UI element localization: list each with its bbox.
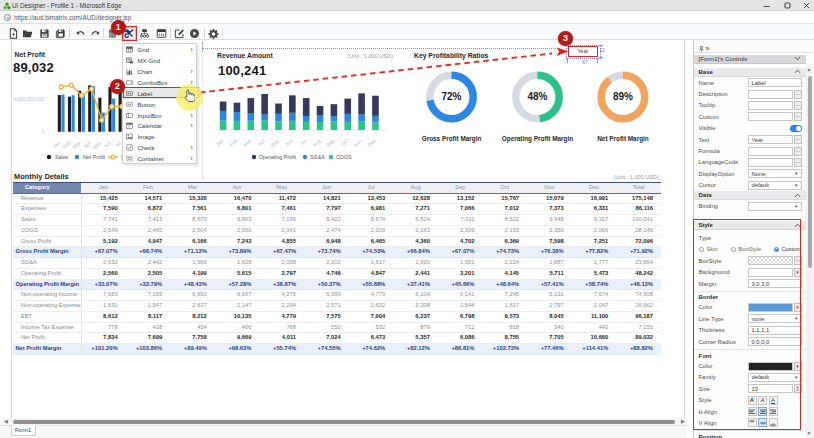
cell-value: 4,702 xyxy=(438,236,483,247)
property-select[interactable]: ▼ xyxy=(748,202,802,211)
cell-value: 7,012 xyxy=(482,204,527,215)
cell-value: +74.53% xyxy=(349,247,394,258)
cell-value: 6,667 xyxy=(215,290,260,301)
cell-value: +55.88% xyxy=(349,279,394,290)
app-logo-icon xyxy=(3,2,11,10)
properties-scrollbar-thumb[interactable] xyxy=(808,76,813,268)
cell-value: 8,755 xyxy=(482,333,527,344)
cell-value: 23,854 xyxy=(616,258,661,269)
property-input[interactable] xyxy=(748,158,793,167)
property-input[interactable] xyxy=(748,90,793,99)
cell-value: +74.62% xyxy=(349,344,394,355)
scroll-up-arrow[interactable]: ▲ xyxy=(807,66,812,73)
cell-value: 532 xyxy=(349,322,394,333)
menu-item-chart[interactable]: Chart› xyxy=(123,66,196,77)
collapse-panel-icon[interactable]: » xyxy=(706,45,710,52)
ellipsis-button[interactable]: ⋯ xyxy=(794,101,802,110)
property-row-cursor: Cursordefault▼ xyxy=(694,180,807,191)
property-label: Formula xyxy=(699,148,748,154)
run-icon[interactable] xyxy=(189,28,200,39)
menu-item-label: Container xyxy=(137,155,163,162)
site-info-icon[interactable] xyxy=(4,14,11,21)
annotation-badge-1: 1 xyxy=(111,20,126,35)
ellipsis-button[interactable]: ⋯ xyxy=(794,112,802,121)
monthly-details-table[interactable]: CategoryJanFebMarAprMayJunJulAugSepOctNo… xyxy=(13,182,661,355)
property-input[interactable]: Year xyxy=(748,135,793,144)
settings-icon[interactable] xyxy=(208,28,219,39)
property-input[interactable] xyxy=(748,147,793,156)
scroll-down-arrow[interactable]: ▼ xyxy=(807,430,812,437)
cell-value: 7,413 xyxy=(126,215,171,226)
menu-item-mx-grid[interactable]: MX-Grid xyxy=(123,55,196,66)
menu-item-inputbox[interactable]: InputBox› xyxy=(123,110,196,121)
property-input[interactable]: Label xyxy=(748,78,802,87)
cell-value: 712 xyxy=(438,322,483,333)
cell-value: 2,544 xyxy=(438,301,483,312)
svg-text:Aug: Aug xyxy=(311,137,322,148)
ellipsis-button[interactable]: ⋯ xyxy=(794,135,802,144)
form-tab[interactable]: Form1 xyxy=(11,425,36,436)
cell-value: 11,472 xyxy=(259,193,304,204)
menu-item-check[interactable]: Check› xyxy=(123,142,196,153)
pin-icon[interactable] xyxy=(699,46,704,52)
menu-item-grid[interactable]: Grid› xyxy=(123,44,196,55)
cell-value: 89,032 xyxy=(616,333,661,344)
revenue-chart[interactable]: JanFebMarAprMayJunJulAugSepOctNovDecOper… xyxy=(200,40,412,180)
script-icon[interactable] xyxy=(156,28,167,39)
chevron-down-icon[interactable] xyxy=(794,56,801,61)
redo-icon[interactable] xyxy=(90,28,101,39)
chevron-up-icon[interactable] xyxy=(794,193,801,198)
cell-value: 7,245 xyxy=(482,290,527,301)
cell-value: 2,549 xyxy=(81,225,126,236)
ratios-donut-charts[interactable]: 72%Gross Profit Margin48%Operating Profi… xyxy=(400,40,692,180)
cell-value: +82.12% xyxy=(393,344,438,355)
svg-text:Operating Profit Margin: Operating Profit Margin xyxy=(502,135,573,143)
cell-value: 12,628 xyxy=(393,193,438,204)
cell-value: 2,202 xyxy=(304,258,349,269)
svg-text:Net Profit Margin: Net Profit Margin xyxy=(597,135,649,143)
horizontal-scrollbar-thumb[interactable] xyxy=(13,420,675,424)
sitemap-icon[interactable] xyxy=(139,28,150,39)
table-row-gross-profit: Gross Profit5,1924,9476,1667,2434,8556,9… xyxy=(13,236,661,247)
cell-value: 11,100 xyxy=(572,311,617,322)
submenu-arrow-icon: › xyxy=(191,112,193,119)
cell-value: 879 xyxy=(393,322,438,333)
maximize-button[interactable] xyxy=(784,2,791,9)
ellipsis-button[interactable]: ⋯ xyxy=(794,147,802,156)
svg-text:6,000,000,000: 6,000,000,000 xyxy=(13,97,44,102)
scroll-right-arrow[interactable]: ▶ xyxy=(681,418,685,425)
open-folder-icon[interactable] xyxy=(22,28,33,39)
scroll-left-arrow[interactable]: ◀ xyxy=(4,418,8,425)
chevron-up-icon[interactable] xyxy=(794,69,801,74)
property-row-description: Description⋯ xyxy=(694,88,807,99)
property-label: DisplayOption xyxy=(699,171,748,177)
undo-icon[interactable] xyxy=(75,28,86,39)
property-select[interactable]: default▼ xyxy=(748,181,802,190)
edit-icon[interactable] xyxy=(174,28,185,39)
minimize-button[interactable] xyxy=(763,4,770,9)
ellipsis-button[interactable]: ⋯ xyxy=(794,158,802,167)
save-icon[interactable] xyxy=(39,28,50,39)
ellipsis-button[interactable]: ⋯ xyxy=(794,90,802,99)
visible-toggle[interactable] xyxy=(790,125,802,132)
cell-value: +67.07% xyxy=(438,247,483,258)
property-input[interactable] xyxy=(748,112,793,121)
menu-item-container[interactable]: Container› xyxy=(123,153,196,164)
property-select[interactable]: None▼ xyxy=(748,169,802,178)
menu-item-image[interactable]: Image xyxy=(123,131,196,142)
close-button[interactable] xyxy=(803,2,810,9)
cell-value: 7,011 xyxy=(438,215,483,226)
cell-value: 175,148 xyxy=(616,193,661,204)
menu-item-calendar[interactable]: Calendar› xyxy=(123,121,196,132)
form-tab-label: Form1 xyxy=(12,425,35,435)
cell-value: 6,524 xyxy=(393,215,438,226)
svg-text:Sales: Sales xyxy=(55,154,69,160)
property-input[interactable] xyxy=(748,101,793,110)
cell-value: 2,047 xyxy=(572,301,617,312)
cell-value: 2,797 xyxy=(259,268,304,279)
row-label: Expenses xyxy=(13,204,81,215)
new-file-icon[interactable] xyxy=(8,28,19,39)
save-all-icon[interactable] xyxy=(55,28,66,39)
cell-value: +89.49% xyxy=(170,344,215,355)
submenu-arrow-icon: › xyxy=(191,46,193,53)
